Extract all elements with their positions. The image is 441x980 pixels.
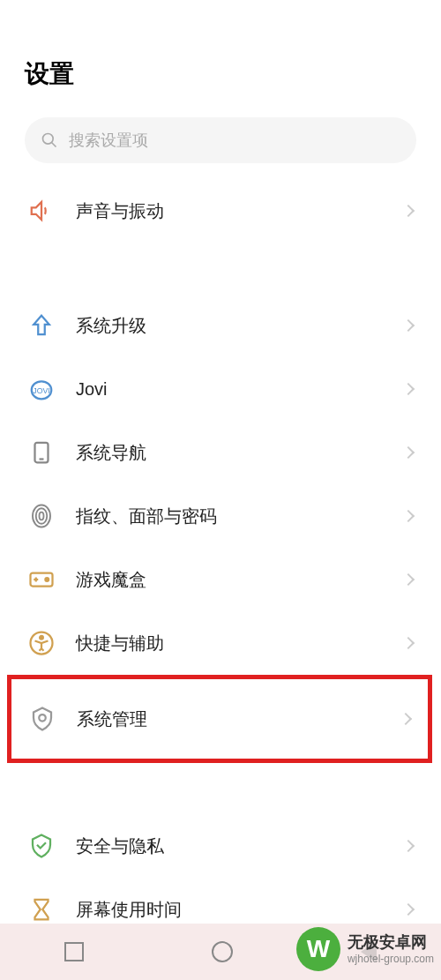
fingerprint-icon [28, 503, 55, 529]
chevron-right-icon [402, 446, 415, 459]
settings-item-jovi[interactable]: JOVI Jovi [0, 357, 441, 421]
upgrade-icon [28, 312, 55, 339]
page-header: 设置 [0, 0, 441, 108]
item-label: 快捷与辅助 [76, 632, 404, 655]
security-icon [28, 833, 55, 859]
item-label: 系统导航 [76, 441, 404, 465]
chevron-right-icon [402, 205, 415, 217]
item-label: 屏幕使用时间 [76, 898, 404, 922]
nav-recent-button[interactable] [64, 942, 84, 961]
search-icon [41, 131, 58, 149]
settings-item-sysmanage[interactable]: 系统管理 [7, 675, 432, 763]
gamebox-icon [28, 566, 55, 593]
settings-item-navigation[interactable]: 系统导航 [0, 421, 441, 484]
svg-point-8 [40, 512, 44, 520]
svg-point-12 [45, 578, 49, 581]
item-label: 安全与隐私 [76, 834, 404, 858]
navigation-icon [28, 439, 55, 466]
nav-home-button[interactable] [212, 941, 233, 962]
settings-item-biometric[interactable]: 指纹、面部与密码 [0, 484, 441, 548]
svg-text:JOVI: JOVI [33, 386, 49, 395]
page-title: 设置 [25, 57, 416, 91]
svg-point-7 [36, 508, 48, 524]
chevron-right-icon [402, 637, 415, 649]
chevron-right-icon [402, 840, 415, 852]
svg-point-0 [43, 134, 54, 145]
settings-item-security[interactable]: 安全与隐私 [0, 814, 441, 878]
svg-point-14 [40, 636, 43, 640]
svg-line-1 [52, 143, 56, 147]
watermark-sub: wjhotel-group.com [348, 953, 434, 965]
watermark-main: 无极安卓网 [348, 933, 434, 953]
item-label: 游戏魔盒 [76, 568, 404, 592]
item-label: 声音与振动 [76, 199, 404, 223]
chevron-right-icon [402, 319, 415, 332]
settings-item-sound[interactable]: 声音与振动 [0, 179, 441, 243]
item-label: 系统升级 [76, 314, 404, 338]
chevron-right-icon [402, 510, 415, 522]
section-divider [0, 243, 441, 294]
accessibility-icon [28, 630, 55, 656]
item-label: 指纹、面部与密码 [76, 505, 404, 528]
search-placeholder: 搜索设置项 [69, 130, 148, 151]
chevron-right-icon [402, 383, 415, 395]
system-manage-icon [29, 706, 56, 732]
section-divider [0, 763, 441, 814]
jovi-icon: JOVI [28, 376, 55, 402]
item-label: 系统管理 [77, 707, 401, 731]
settings-item-shortcut[interactable]: 快捷与辅助 [0, 611, 441, 675]
item-label: Jovi [76, 379, 404, 400]
watermark: W 无极安卓网 wjhotel-group.com [296, 927, 434, 971]
settings-item-upgrade[interactable]: 系统升级 [0, 294, 441, 357]
sound-icon [28, 198, 55, 224]
chevron-right-icon [402, 903, 415, 916]
screentime-icon [28, 896, 55, 923]
search-input[interactable]: 搜索设置项 [25, 117, 416, 163]
svg-point-15 [39, 714, 46, 722]
watermark-logo: W [296, 927, 340, 971]
chevron-right-icon [402, 573, 415, 586]
chevron-right-icon [400, 713, 412, 725]
settings-item-gamebox[interactable]: 游戏魔盒 [0, 548, 441, 611]
